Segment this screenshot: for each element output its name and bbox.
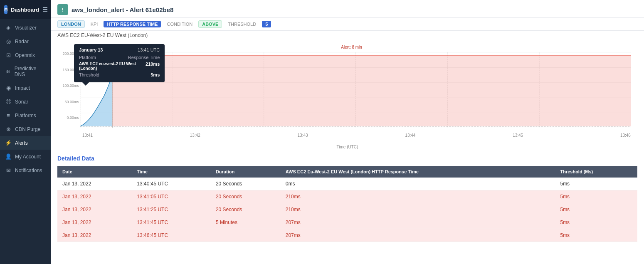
sidebar-label-my-account: My Account <box>15 154 41 160</box>
table-row: Jan 13, 202213:41:25 UTC20 Seconds210ms5… <box>57 203 637 216</box>
sidebar-label-impact: Impact <box>15 85 30 91</box>
table-cell: 13:46:45 UTC <box>132 229 211 242</box>
table-cell: Jan 13, 2022 <box>57 178 132 190</box>
sidebar-toggle[interactable]: ☰ <box>42 6 48 13</box>
sidebar-item-openmix[interactable]: ⊡Openmix <box>0 48 51 62</box>
tooltip-date: January 13 <box>79 47 103 52</box>
platform-text: AWS EC2 EU-West-2 EU West (London) <box>57 32 148 38</box>
tooltip-threshold-val: 5ms <box>151 72 160 77</box>
x-label: 13:42 <box>190 133 200 138</box>
sidebar-label-notifications: Notifications <box>15 168 42 173</box>
x-label: 13:46 <box>620 133 631 138</box>
tooltip-response-label: Response Time <box>128 55 160 60</box>
table-row: Jan 13, 202213:46:45 UTC207ms5ms <box>57 229 637 242</box>
sidebar-item-notifications[interactable]: ✉Notifications <box>0 163 51 177</box>
x-axis-title: Time (UTC) <box>51 145 644 151</box>
sidebar-item-platforms[interactable]: ≡Platforms <box>0 109 51 122</box>
dashboard-icon: ⊞ <box>4 5 7 14</box>
detailed-section: Detailed Data DateTimeDurationAWS EC2 Eu… <box>51 151 644 264</box>
table-cell: 0ms <box>281 178 555 190</box>
filter-bar: LONDON KPI HTTP RESPONSE TIME CONDITION … <box>51 18 644 31</box>
x-label: 13:41 <box>82 133 93 138</box>
table-cell: Jan 13, 2022 <box>57 216 132 229</box>
tooltip-platform-val: AWS EC2 eu-west-2 EU West (London) <box>79 62 146 71</box>
y-label-4: 0.00ms <box>57 116 79 120</box>
table-row: Jan 13, 202213:41:45 UTC5 Minutes207ms5m… <box>57 216 637 229</box>
page-header: aws_london_alert - Alert 61e02be8 <box>51 0 644 18</box>
table-col-header: AWS EC2 Eu-West-2 EU West (London) HTTP … <box>281 166 555 178</box>
table-cell: Jan 13, 2022 <box>57 190 132 203</box>
tooltip-threshold-label: Threshold <box>79 72 99 77</box>
table-cell: 210ms <box>281 203 555 216</box>
data-table: DateTimeDurationAWS EC2 Eu-West-2 EU Wes… <box>57 166 637 242</box>
page-title: aws_london_alert - Alert 61e02be8 <box>72 6 173 13</box>
chart-area: Alert: 8 min January 13 13:41 UTC Platfo… <box>51 41 644 145</box>
sidebar-item-alerts[interactable]: ⚡Alerts <box>0 136 51 150</box>
filter-kpi-label: KPI <box>87 21 101 27</box>
main-content: aws_london_alert - Alert 61e02be8 LONDON… <box>51 0 644 264</box>
tooltip-time: 13:41 UTC <box>138 47 160 52</box>
filter-above[interactable]: ABOVE <box>198 20 222 28</box>
sidebar-item-my-account[interactable]: 👤My Account <box>0 150 51 163</box>
x-label: 13:43 <box>298 133 308 138</box>
sidebar-header[interactable]: ⊞ Dashboard ☰ <box>0 0 51 19</box>
tooltip-arrow <box>82 82 89 86</box>
impact-icon: ◉ <box>5 85 12 91</box>
filter-condition-label: CONDITION <box>163 21 196 27</box>
openmix-icon: ⊡ <box>5 52 12 58</box>
sidebar-label-alerts: Alerts <box>15 140 28 146</box>
table-cell: 5 Minutes <box>211 216 281 229</box>
table-col-header: Time <box>132 166 211 178</box>
table-cell: 5ms <box>555 190 637 203</box>
x-label: 13:45 <box>513 133 523 138</box>
platforms-icon: ≡ <box>5 112 12 118</box>
alert-icon <box>57 4 68 15</box>
sidebar-item-predictive-dns[interactable]: ≋Predictive DNS <box>0 62 51 81</box>
notifications-icon: ✉ <box>5 167 12 173</box>
table-cell: 210ms <box>281 190 555 203</box>
svg-point-2 <box>62 11 63 12</box>
table-col-header: Threshold (Ms) <box>555 166 637 178</box>
alert-label: Alert: 8 min <box>341 45 362 49</box>
tooltip-response-val: 210ms <box>146 62 160 71</box>
table-row: Jan 13, 202213:40:45 UTC20 Seconds0ms5ms <box>57 178 637 190</box>
sidebar-item-visualizer[interactable]: ◈Visualizer <box>0 21 51 35</box>
table-cell: 13:41:05 UTC <box>132 190 211 203</box>
table-cell <box>211 229 281 242</box>
table-cell: 207ms <box>281 229 555 242</box>
sidebar-label-visualizer: Visualizer <box>15 25 37 31</box>
y-label-2: 100.00ms <box>57 84 79 88</box>
tooltip-platform-label: Platform <box>79 55 96 60</box>
table-cell: 20 Seconds <box>211 178 281 190</box>
my-account-icon: 👤 <box>5 153 12 160</box>
x-label: 13:44 <box>405 133 415 138</box>
filter-http[interactable]: HTTP RESPONSE TIME <box>104 21 161 27</box>
detailed-title: Detailed Data <box>57 155 637 162</box>
table-col-header: Duration <box>211 166 281 178</box>
radar-icon: ◎ <box>5 38 12 44</box>
cdn-purge-icon: ⊛ <box>5 126 12 132</box>
table-cell: 20 Seconds <box>211 203 281 216</box>
y-label-3: 50.00ms <box>57 100 79 104</box>
sidebar-title: Dashboard <box>11 7 39 13</box>
sidebar-item-cdn-purge[interactable]: ⊛CDN Purge <box>0 122 51 136</box>
filter-location[interactable]: LONDON <box>57 20 85 28</box>
table-row: Jan 13, 202213:41:05 UTC20 Seconds210ms5… <box>57 190 637 203</box>
table-cell: 207ms <box>281 216 555 229</box>
filter-threshold-val[interactable]: 5 <box>262 21 271 27</box>
table-cell: Jan 13, 2022 <box>57 229 132 242</box>
table-cell: 13:41:45 UTC <box>132 216 211 229</box>
table-col-header: Date <box>57 166 132 178</box>
sidebar-label-radar: Radar <box>15 39 29 44</box>
sidebar: ⊞ Dashboard ☰ ◈Visualizer◎Radar⊡Openmix≋… <box>0 0 51 264</box>
sidebar-item-impact[interactable]: ◉Impact <box>0 81 51 95</box>
sidebar-label-platforms: Platforms <box>15 113 36 118</box>
alerts-icon: ⚡ <box>5 140 12 146</box>
x-axis-labels: 13:4113:4213:4313:4413:4513:46 <box>57 132 637 138</box>
sidebar-item-radar[interactable]: ◎Radar <box>0 35 51 48</box>
table-cell: 5ms <box>555 229 637 242</box>
chart-tooltip: January 13 13:41 UTC Platform Response T… <box>74 44 165 82</box>
sidebar-item-sonar[interactable]: ⌘Sonar <box>0 95 51 109</box>
sidebar-label-cdn-purge: CDN Purge <box>15 126 40 132</box>
predictive-dns-icon: ≋ <box>5 69 11 75</box>
